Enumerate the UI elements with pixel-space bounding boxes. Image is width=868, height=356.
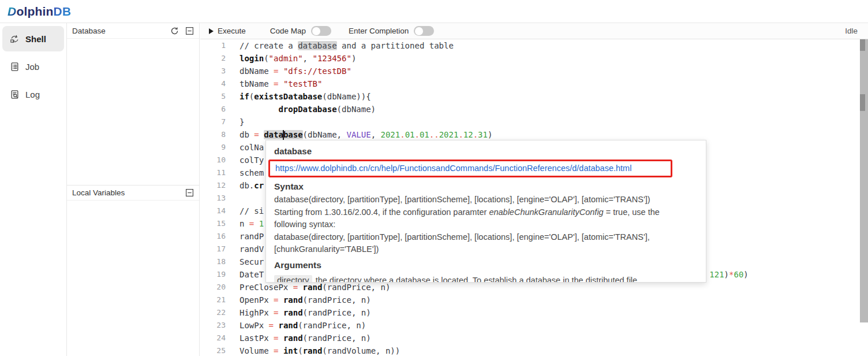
code-line[interactable]: 20PreClosePx = rand(randPrice, n)	[200, 281, 868, 294]
refresh-icon[interactable]	[170, 27, 179, 35]
sidebar: ShellJobLog	[0, 23, 67, 356]
sidebar-nav: ShellJobLog	[0, 26, 66, 107]
enter-completion-label: Enter Completion	[349, 27, 409, 35]
database-panel-body	[67, 39, 199, 185]
argument-name-chip: directory	[274, 275, 312, 283]
database-panel-title: Database	[72, 27, 170, 35]
logo-db: DB	[54, 5, 72, 18]
line-number: 22	[200, 306, 226, 319]
logo-mark: D	[8, 5, 16, 18]
database-panel-header: Database	[67, 23, 199, 39]
line-number: 21	[200, 294, 226, 306]
sidebar-item-label: Log	[25, 90, 40, 99]
code-line[interactable]: 5if(existsDatabase(dbName)){	[200, 90, 868, 103]
line-number: 9	[200, 141, 226, 154]
code-map-toggle[interactable]	[311, 26, 331, 36]
line-number: 12	[200, 179, 226, 192]
sidebar-item-job[interactable]: Job	[2, 54, 64, 79]
line-number: 18	[200, 255, 226, 268]
argument-description: the directory where a database is locate…	[313, 276, 638, 283]
sidebar-item-shell[interactable]: Shell	[2, 26, 64, 51]
line-number: 19	[200, 268, 226, 281]
red-annotation-box: https://www.dolphindb.cn/cn/help/Functio…	[268, 160, 672, 177]
app-header: DolphinDB	[0, 0, 868, 23]
editor-toolbar: Execute Code Map Enter Completion Idle	[200, 23, 868, 39]
line-number: 10	[200, 154, 226, 166]
sidebar-item-log[interactable]: Log	[2, 81, 64, 107]
line-number: 13	[200, 192, 226, 205]
line-number: 24	[200, 332, 226, 344]
line-number: 25	[200, 344, 226, 356]
line-number: 8	[200, 128, 226, 141]
collapse-icon[interactable]	[185, 188, 194, 197]
line-number: 15	[200, 217, 226, 230]
local-variables-panel-header: Local Variables	[67, 185, 199, 201]
collapse-icon[interactable]	[185, 27, 194, 35]
play-icon	[209, 28, 214, 34]
execute-label: Execute	[218, 27, 246, 35]
sidebar-item-label: Job	[25, 62, 39, 72]
code-line[interactable]: 1// create a database and a partitioned …	[200, 39, 868, 52]
code-line[interactable]: 24LastPx = rand(randPrice, n)	[200, 332, 868, 344]
code-line[interactable]: 21OpenPx = rand(randPrice, n)	[200, 294, 868, 306]
line-number: 20	[200, 281, 226, 294]
line-number: 1	[200, 39, 226, 52]
shell-icon	[10, 34, 20, 44]
line-number: 11	[200, 166, 226, 179]
local-variables-panel-title: Local Variables	[72, 188, 185, 197]
log-icon	[10, 90, 20, 99]
job-icon	[10, 62, 20, 72]
overview-ruler-mark	[860, 94, 865, 111]
text-cursor	[283, 130, 284, 140]
logo-text: olphin	[16, 5, 53, 18]
code-map-label: Code Map	[270, 27, 306, 35]
code-line[interactable]: 3dbName = "dfs://testDB"	[200, 65, 868, 77]
line-number: 3	[200, 65, 226, 77]
line-number: 2	[200, 52, 226, 65]
line-number: 17	[200, 243, 226, 255]
tooltip-arguments-heading: Arguments	[274, 259, 698, 271]
code-line[interactable]: 2login("admin", "123456")	[200, 52, 868, 65]
execute-button[interactable]: Execute	[209, 27, 246, 35]
code-line[interactable]: 22HighPx = rand(randPrice, n)	[200, 306, 868, 319]
doc-link[interactable]: https://www.dolphindb.cn/cn/help/Functio…	[275, 164, 631, 173]
line-number: 7	[200, 116, 226, 128]
dolphindb-logo: DolphinDB	[8, 5, 71, 18]
function-doc-tooltip: database https://www.dolphindb.cn/cn/hel…	[265, 140, 706, 283]
tooltip-argument-line: directory the directory where a database…	[274, 275, 698, 283]
code-line[interactable]: 8db = database(dbName, VALUE, 2021.01.01…	[200, 128, 868, 141]
line-number: 23	[200, 319, 226, 332]
code-line[interactable]: 4tbName = "testTB"	[200, 77, 868, 90]
explorer-column: Database Local Variables	[67, 23, 200, 356]
tooltip-syntax-body: database(directory, [partitionType], [pa…	[274, 194, 698, 256]
overview-ruler-mark	[860, 39, 865, 51]
line-number: 5	[200, 90, 226, 103]
status-indicator: Idle	[845, 27, 858, 35]
line-number: 4	[200, 77, 226, 90]
code-line[interactable]: 25Volume = int(rand(randVolume, n))	[200, 344, 868, 356]
scrollbar-thumb[interactable]	[860, 39, 868, 322]
sidebar-item-label: Shell	[25, 34, 46, 44]
line-number: 6	[200, 103, 226, 116]
enter-completion-toggle[interactable]	[414, 26, 434, 36]
tooltip-syntax-heading: Syntax	[274, 181, 698, 192]
tooltip-function-name: database	[274, 146, 698, 157]
code-line[interactable]: 23LowPx = rand(randPrice, n)	[200, 319, 868, 332]
code-line[interactable]: 6 dropDatabase(dbName)	[200, 103, 868, 116]
line-number: 16	[200, 230, 226, 243]
code-line[interactable]: 7}	[200, 116, 868, 128]
line-number: 14	[200, 205, 226, 217]
editor-scrollbar	[860, 39, 868, 356]
